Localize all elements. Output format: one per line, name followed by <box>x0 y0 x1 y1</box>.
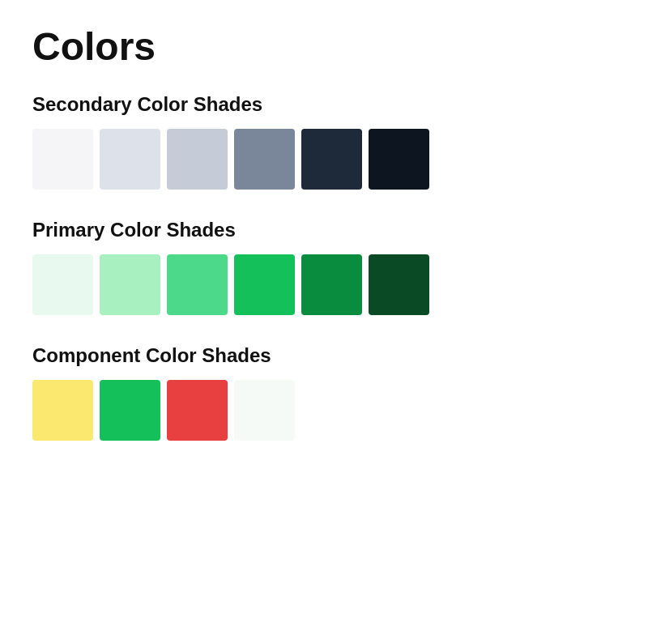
swatch-p6[interactable] <box>369 254 429 315</box>
swatch-s1[interactable] <box>32 129 93 190</box>
section-primary: Primary Color Shades <box>32 219 616 315</box>
swatch-p5[interactable] <box>301 254 362 315</box>
swatch-p1[interactable] <box>32 254 93 315</box>
swatch-p4[interactable] <box>234 254 295 315</box>
swatch-s3[interactable] <box>167 129 228 190</box>
swatch-p2[interactable] <box>100 254 160 315</box>
section-component: Component Color Shades <box>32 344 616 441</box>
section-title-secondary: Secondary Color Shades <box>32 93 616 116</box>
swatch-s5[interactable] <box>301 129 362 190</box>
swatches-secondary <box>32 129 616 190</box>
swatch-c1[interactable] <box>32 380 93 441</box>
swatch-s6[interactable] <box>369 129 429 190</box>
swatches-primary <box>32 254 616 315</box>
section-title-component: Component Color Shades <box>32 344 616 367</box>
swatch-c3[interactable] <box>167 380 228 441</box>
swatches-component <box>32 380 616 441</box>
section-title-primary: Primary Color Shades <box>32 219 616 241</box>
swatch-c2[interactable] <box>100 380 160 441</box>
section-secondary: Secondary Color Shades <box>32 93 616 190</box>
swatch-s2[interactable] <box>100 129 160 190</box>
swatch-p3[interactable] <box>167 254 228 315</box>
page-title: Colors <box>32 24 616 69</box>
swatch-s4[interactable] <box>234 129 295 190</box>
swatch-c4[interactable] <box>234 380 295 441</box>
